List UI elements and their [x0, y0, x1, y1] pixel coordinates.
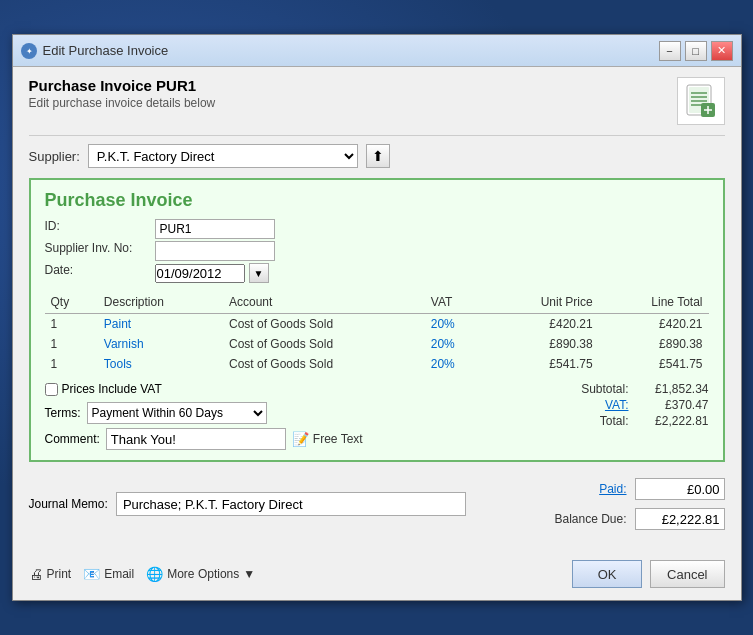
header-row: Purchase Invoice PUR1 Edit purchase invo…	[29, 77, 725, 125]
cell-account: Cost of Goods Sold	[223, 354, 425, 374]
action-buttons-left: 🖨 Print 📧 Email 🌐 More Options ▼	[29, 566, 256, 582]
form-title: Purchase Invoice PUR1	[29, 77, 216, 94]
title-bar: ✦ Edit Purchase Invoice − □ ✕	[13, 35, 741, 67]
cell-description: Paint	[98, 314, 223, 335]
id-field-row	[155, 219, 709, 239]
total-value: £2,222.81	[639, 414, 709, 428]
cell-account: Cost of Goods Sold	[223, 334, 425, 354]
total-label: Total:	[581, 414, 628, 428]
cell-vat: 20%	[425, 354, 488, 374]
window-title: Edit Purchase Invoice	[43, 43, 169, 58]
cell-line-total: £420.21	[599, 314, 709, 335]
invoice-totals: Subtotal: £1,852.34 VAT: £370.47 Total: …	[581, 382, 708, 428]
memo-row: Journal Memo: Paid: Balance Due:	[29, 478, 725, 530]
main-window: ✦ Edit Purchase Invoice − □ ✕ Purchase I…	[12, 34, 742, 601]
comment-input[interactable]	[106, 428, 286, 450]
invoice-panel: Purchase Invoice ID: Supplier Inv. No: D…	[29, 178, 725, 462]
cell-line-total: £890.38	[599, 334, 709, 354]
cell-description: Varnish	[98, 334, 223, 354]
date-input[interactable]	[155, 264, 245, 283]
cell-account: Cost of Goods Sold	[223, 314, 425, 335]
cancel-button[interactable]: Cancel	[650, 560, 724, 588]
cell-qty: 1	[45, 334, 98, 354]
supplier-inv-field-row	[155, 241, 709, 261]
table-row: 1 Tools Cost of Goods Sold 20% £541.75 £…	[45, 354, 709, 374]
window-icon: ✦	[21, 43, 37, 59]
subtotal-value: £1,852.34	[639, 382, 709, 396]
prices-include-vat-label: Prices Include VAT	[62, 382, 162, 396]
id-label: ID:	[45, 219, 155, 239]
supplier-select[interactable]: P.K.T. Factory Direct	[88, 144, 358, 168]
col-qty: Qty	[45, 291, 98, 314]
more-options-button[interactable]: 🌐 More Options ▼	[146, 566, 255, 582]
cell-unit-price: £890.38	[487, 334, 598, 354]
paid-input[interactable]	[635, 478, 725, 500]
terms-row: Terms: Payment Within 60 Days	[45, 402, 582, 424]
balance-due-label: Balance Due:	[554, 512, 626, 526]
ok-button[interactable]: OK	[572, 560, 642, 588]
terms-select[interactable]: Payment Within 60 Days	[87, 402, 267, 424]
invoice-footer: Prices Include VAT Terms: Payment Within…	[45, 382, 709, 450]
paid-label[interactable]: Paid:	[599, 482, 626, 496]
vat-value: £370.47	[639, 398, 709, 412]
id-input[interactable]	[155, 219, 275, 239]
form-subtitle: Edit purchase invoice details below	[29, 96, 216, 110]
header-divider	[29, 135, 725, 136]
col-unit-price: Unit Price	[487, 291, 598, 314]
col-vat: VAT	[425, 291, 488, 314]
more-options-label: More Options	[167, 567, 239, 581]
free-text-button[interactable]: 📝 Free Text	[292, 431, 363, 447]
invoice-table: Qty Description Account VAT Unit Price L…	[45, 291, 709, 374]
table-row: 1 Paint Cost of Goods Sold 20% £420.21 £…	[45, 314, 709, 335]
title-bar-left: ✦ Edit Purchase Invoice	[21, 43, 169, 59]
form-icon	[677, 77, 725, 125]
free-text-label: Free Text	[313, 432, 363, 446]
memo-input[interactable]	[116, 492, 466, 516]
cell-vat: 20%	[425, 334, 488, 354]
cell-unit-price: £541.75	[487, 354, 598, 374]
supplier-label: Supplier:	[29, 149, 80, 164]
date-label: Date:	[45, 263, 155, 283]
action-bar: 🖨 Print 📧 Email 🌐 More Options ▼ OK Canc…	[13, 552, 741, 600]
col-line-total: Line Total	[599, 291, 709, 314]
print-button[interactable]: 🖨 Print	[29, 566, 72, 582]
table-row: 1 Varnish Cost of Goods Sold 20% £890.38…	[45, 334, 709, 354]
prices-include-vat-checkbox[interactable]	[45, 383, 58, 396]
globe-icon: 🌐	[146, 566, 163, 582]
svg-text:✦: ✦	[26, 47, 33, 56]
bottom-section: Journal Memo: Paid: Balance Due:	[29, 472, 725, 542]
minimize-button[interactable]: −	[659, 41, 681, 61]
action-buttons-right: OK Cancel	[572, 560, 724, 588]
vat-label[interactable]: VAT:	[581, 398, 628, 412]
free-text-icon: 📝	[292, 431, 309, 447]
print-icon: 🖨	[29, 566, 43, 582]
cell-description: Tools	[98, 354, 223, 374]
balance-due-row: Balance Due:	[554, 508, 724, 530]
header-text: Purchase Invoice PUR1 Edit purchase invo…	[29, 77, 216, 110]
subtotal-label: Subtotal:	[581, 382, 628, 396]
cell-vat: 20%	[425, 314, 488, 335]
date-field-row: ▼	[155, 263, 709, 283]
window-content: Purchase Invoice PUR1 Edit purchase invo…	[13, 67, 741, 552]
comment-label: Comment:	[45, 432, 100, 446]
col-account: Account	[223, 291, 425, 314]
memo-label: Journal Memo:	[29, 497, 108, 511]
balance-due-input	[635, 508, 725, 530]
supplier-inv-input[interactable]	[155, 241, 275, 261]
print-label: Print	[47, 567, 72, 581]
email-button[interactable]: 📧 Email	[83, 566, 134, 582]
comment-row: Comment: 📝 Free Text	[45, 428, 582, 450]
date-picker-button[interactable]: ▼	[249, 263, 269, 283]
invoice-footer-left: Prices Include VAT Terms: Payment Within…	[45, 382, 582, 450]
paid-row: Paid:	[599, 478, 724, 500]
terms-label: Terms:	[45, 406, 81, 420]
invoice-meta: ID: Supplier Inv. No: Date: ▼	[45, 219, 709, 283]
email-icon: 📧	[83, 566, 100, 582]
maximize-button[interactable]: □	[685, 41, 707, 61]
close-button[interactable]: ✕	[711, 41, 733, 61]
col-description: Description	[98, 291, 223, 314]
supplier-navigate-button[interactable]: ⬆	[366, 144, 390, 168]
cell-qty: 1	[45, 314, 98, 335]
prices-include-vat-row: Prices Include VAT	[45, 382, 582, 396]
invoice-panel-title: Purchase Invoice	[45, 190, 709, 211]
